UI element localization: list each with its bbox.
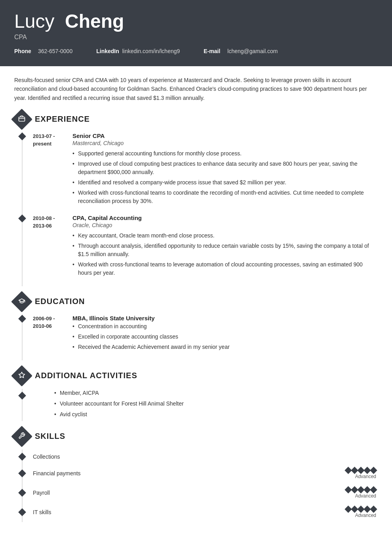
list-item: Concentration in accounting [72, 322, 378, 331]
activities-icon [11, 365, 32, 387]
email-value: lcheng@gamail.com [227, 48, 278, 54]
timeline-item: 2010-08 - 2013-06CPA, Capital Accounting… [23, 214, 378, 279]
job-date: 2013-07 - present [33, 132, 72, 207]
candidate-profession: CPA [14, 34, 378, 41]
svg-marker-3 [19, 372, 25, 377]
phone-value: 362-657-0000 [38, 48, 72, 54]
timeline-item: 2013-07 - presentSenior CPAMastercard, C… [23, 132, 378, 207]
briefcase-icon [18, 115, 25, 124]
job-title: CPA, Capital Accounting [72, 214, 378, 221]
skill-name: Payroll [33, 490, 346, 496]
list-item: Excelled in corporate accounting classes [72, 333, 378, 341]
education-section: EDUCATION 2006-09 - 2010-06MBA, Illinois… [14, 294, 378, 360]
list-item: Improved use of cloud computing best pra… [72, 160, 378, 176]
education-title: EDUCATION [35, 297, 85, 306]
skills-section: SKILLS CollectionsFinancial paymentsAdva… [14, 429, 378, 522]
activities-section: ADDITIONAL ACTIVITIES Member, AICPAVolun… [14, 368, 378, 421]
education-timeline: 2006-09 - 2010-06MBA, Illinois State Uni… [22, 315, 378, 360]
list-item: Volunteer accountant for Forest Hill Ani… [54, 400, 184, 408]
skill-rating: Advanced [346, 487, 376, 499]
contact-info: Phone 362-657-0000 LinkedIn linkedin.com… [14, 48, 378, 57]
skill-dot [18, 509, 26, 517]
skill-item: Collections [23, 450, 378, 464]
edu-content: MBA, Illinois State UniversityConcentrat… [72, 315, 378, 353]
timeline-dot [18, 214, 26, 222]
edu-date: 2006-09 - 2010-06 [33, 315, 72, 353]
resume-header: Lucy Cheng CPA Phone 362-657-0000 Linked… [0, 0, 392, 66]
education-header: EDUCATION [14, 294, 378, 309]
first-name: Lucy [14, 11, 54, 32]
job-bullets: Key accountant, Oracle team month-end cl… [72, 232, 378, 277]
graduation-icon [18, 297, 25, 306]
experience-header: EXPERIENCE [14, 112, 378, 127]
job-content: Senior CPAMastercard, ChicagoSupported g… [72, 132, 378, 207]
skills-title: SKILLS [35, 432, 65, 441]
list-item: Supported general accounting functions f… [72, 149, 378, 158]
list-item: Key accountant, Oracle team month-end cl… [72, 232, 378, 240]
summary-text: Results-focused senior CPA and CMA with … [14, 76, 378, 102]
linkedin-value: linkedin.com/in/lcheng9 [122, 48, 180, 54]
skill-dot [18, 470, 26, 478]
activities-wrapper: Member, AICPAVolunteer accountant for Fo… [22, 389, 378, 421]
experience-timeline: 2013-07 - presentSenior CPAMastercard, C… [22, 132, 378, 286]
skill-name: Collections [33, 454, 378, 460]
timeline-dot [18, 315, 26, 323]
job-date: 2010-08 - 2013-06 [33, 214, 72, 279]
skill-diamonds [346, 507, 376, 512]
tools-icon [18, 432, 25, 441]
linkedin-contact: LinkedIn linkedin.com/in/lcheng9 [96, 48, 180, 54]
list-item: Avid cyclist [54, 410, 184, 419]
experience-section: EXPERIENCE 2013-07 - presentSenior CPAMa… [14, 112, 378, 286]
skill-level: Advanced [355, 474, 376, 479]
candidate-name: Lucy Cheng [14, 11, 378, 32]
skill-item: PayrollAdvanced [23, 483, 378, 503]
skill-level: Advanced [355, 513, 376, 518]
main-content: Results-focused senior CPA and CMA with … [0, 66, 392, 544]
activities-list: Member, AICPAVolunteer accountant for Fo… [54, 389, 184, 421]
activities-header: ADDITIONAL ACTIVITIES [14, 368, 378, 383]
list-item: Member, AICPA [54, 389, 184, 397]
skill-item: Financial paymentsAdvanced [23, 464, 378, 483]
timeline-item: 2006-09 - 2010-06MBA, Illinois State Uni… [23, 315, 378, 353]
phone-label: Phone [14, 48, 35, 54]
skill-name: IT skills [33, 509, 346, 515]
email-contact: E-mail lcheng@gamail.com [204, 48, 278, 54]
diamond-icon [370, 505, 377, 513]
job-company: Oracle, Chicago [72, 222, 378, 228]
skill-diamonds [346, 487, 376, 492]
linkedin-label: LinkedIn [96, 48, 119, 54]
diamond-icon [370, 467, 377, 474]
activities-dot [18, 392, 26, 400]
timeline-dot [18, 132, 26, 140]
skills-list: CollectionsFinancial paymentsAdvancedPay… [22, 450, 378, 522]
skill-name: Financial payments [33, 470, 346, 477]
phone-contact: Phone 362-657-0000 [14, 48, 72, 54]
svg-rect-0 [19, 117, 25, 121]
edu-title: MBA, Illinois State University [72, 315, 378, 322]
skill-item: IT skillsAdvanced [23, 503, 378, 522]
skill-rating: Advanced [346, 468, 376, 479]
skills-icon [11, 426, 32, 447]
job-bullets: Supported general accounting functions f… [72, 149, 378, 205]
list-item: Worked with cross-functional teams to co… [72, 189, 378, 205]
activities-title: ADDITIONAL ACTIVITIES [35, 371, 137, 380]
list-item: Worked with cross-functional teams to le… [72, 260, 378, 277]
skills-header: SKILLS [14, 429, 378, 444]
skill-diamonds [346, 468, 376, 473]
job-company: Mastercard, Chicago [72, 140, 378, 146]
job-content: CPA, Capital AccountingOracle, ChicagoKe… [72, 214, 378, 279]
email-label: E-mail [204, 48, 224, 54]
skill-rating: Advanced [346, 507, 376, 518]
skill-level: Advanced [355, 493, 376, 499]
edu-bullets: Concentration in accountingExcelled in c… [72, 322, 378, 351]
diamond-icon [370, 486, 377, 493]
star-icon [18, 371, 25, 380]
last-name: Cheng [65, 11, 124, 32]
list-item: Through account analysis, identified opp… [72, 242, 378, 258]
job-title: Senior CPA [72, 132, 378, 139]
list-item: Identified and resolved a company-wide p… [72, 178, 378, 187]
experience-title: EXPERIENCE [35, 115, 90, 124]
skill-dot [18, 489, 26, 497]
skill-dot [18, 453, 26, 461]
experience-icon [11, 109, 32, 130]
